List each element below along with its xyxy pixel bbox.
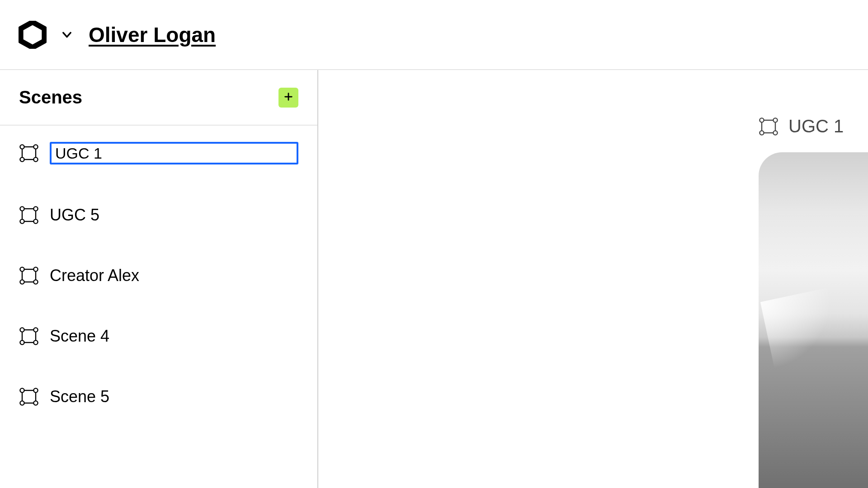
svg-marker-10	[21, 22, 44, 47]
canvas[interactable]: UGC 1	[318, 70, 868, 488]
frame-icon	[19, 387, 39, 407]
scene-rename-input[interactable]	[50, 142, 298, 164]
scene-item[interactable]: Scene 4	[19, 326, 298, 346]
canvas-scene-header[interactable]: UGC 1	[759, 116, 844, 136]
canvas-preview[interactable]	[759, 152, 868, 488]
frame-icon	[759, 117, 778, 136]
frame-icon	[19, 205, 39, 225]
sidebar: Scenes UGC 5 Creator Alex	[0, 70, 318, 488]
frame-icon	[19, 326, 39, 346]
app-logo-icon[interactable]	[18, 20, 47, 49]
sidebar-title: Scenes	[19, 87, 82, 108]
scene-label: Scene 5	[50, 387, 109, 406]
scene-item-editing[interactable]	[19, 142, 298, 164]
scene-item[interactable]: Creator Alex	[19, 266, 298, 286]
frame-icon	[19, 143, 39, 163]
sidebar-header: Scenes	[0, 70, 317, 126]
canvas-scene-title: UGC 1	[788, 116, 844, 136]
main-area: Scenes UGC 5 Creator Alex	[0, 70, 868, 488]
add-scene-button[interactable]	[278, 88, 298, 108]
scene-list: UGC 5 Creator Alex Scene 4 Scene 5	[0, 126, 317, 407]
plus-icon	[283, 92, 293, 103]
project-name[interactable]: Oliver Logan	[89, 23, 216, 47]
project-switcher-chevron-down-icon[interactable]	[60, 28, 74, 42]
app-header: Oliver Logan	[0, 0, 868, 70]
scene-label: Creator Alex	[50, 266, 139, 285]
frame-icon	[19, 266, 39, 286]
scene-label: UGC 5	[50, 206, 99, 225]
scene-label: Scene 4	[50, 327, 109, 346]
scene-item[interactable]: UGC 5	[19, 205, 298, 225]
scene-item[interactable]: Scene 5	[19, 387, 298, 407]
